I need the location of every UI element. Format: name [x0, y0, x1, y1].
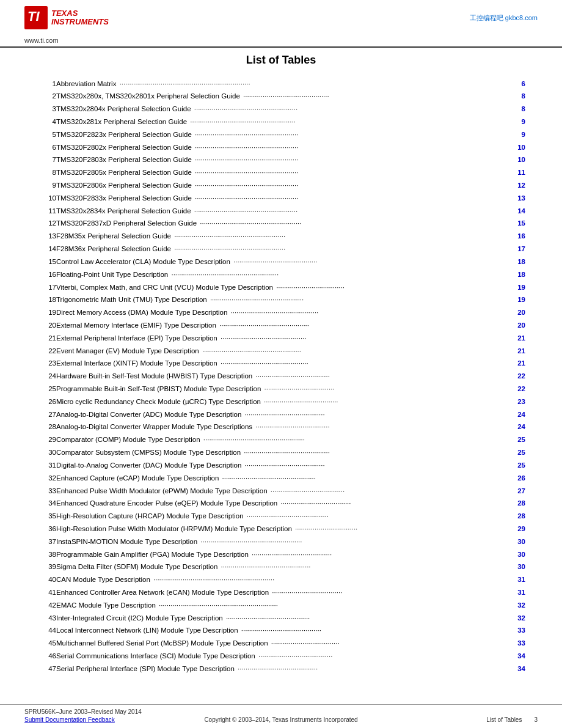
toc-number: 12 — [37, 218, 56, 230]
toc-entry: Enhanced Capture (eCAP) Module Type Desc… — [56, 472, 525, 485]
toc-number: 11 — [37, 205, 56, 218]
toc-number: 40 — [37, 574, 56, 587]
toc-title-text: Sigma Delta Filter (SDFM) Module Type De… — [56, 562, 217, 573]
toc-row: 27 Analog-to-Digital Converter (ADC) Mod… — [37, 408, 525, 421]
toc-title-text: TMS320F2803x Peripheral Selection Guide — [56, 155, 192, 166]
toc-entry: TMS320F2803x Peripheral Selection Guide … — [56, 154, 525, 167]
toc-entry: TMS320F2802x Peripheral Selection Guide … — [56, 141, 525, 154]
watermark-link: 工控编程吧 gkbc8.com — [470, 13, 538, 23]
toc-page-num: 29 — [507, 524, 525, 535]
toc-page-num: 30 — [507, 550, 525, 561]
toc-entry: Enhanced Pulse Width Modulator (ePWM) Mo… — [56, 485, 525, 498]
toc-number: 1 — [37, 78, 56, 90]
toc-dots: ········································… — [192, 155, 507, 166]
toc-dots: ········································… — [227, 307, 507, 318]
toc-dots: ··································· — [268, 638, 507, 649]
doc-id: SPRU566K–June 2003–Revised May 2014 — [24, 708, 142, 715]
toc-title-text: Enhanced Capture (eCAP) Module Type Desc… — [56, 473, 219, 484]
toc-page-num: 21 — [507, 358, 525, 369]
toc-number: 41 — [37, 587, 56, 600]
toc-entry: Sigma Delta Filter (SDFM) Module Type De… — [56, 561, 525, 574]
toc-page-num: 34 — [507, 664, 525, 675]
toc-page-num: 28 — [507, 498, 525, 509]
toc-entry: Control Law Accelerator (CLA) Module Typ… — [56, 256, 525, 268]
toc-row: 21 External Peripheral Interface (EPI) T… — [37, 332, 525, 345]
toc-title-text: CAN Module Type Description — [56, 575, 150, 586]
toc-page-num: 33 — [507, 625, 525, 636]
toc-row: 2 TMS320x280x, TMS320x2801x Peripheral S… — [37, 90, 525, 103]
toc-entry: Enhanced Controller Area Network (eCAN) … — [56, 587, 525, 600]
toc-page-num: 27 — [507, 486, 525, 497]
svg-text:TI: TI — [27, 9, 40, 24]
toc-entry: TMS320x2834x Peripheral Selection Guide … — [56, 205, 525, 218]
toc-page-num: 19 — [507, 295, 525, 306]
toc-row: 10 TMS320F2833x Peripheral Selection Gui… — [37, 192, 525, 205]
toc-number: 14 — [37, 243, 56, 256]
toc-number: 27 — [37, 408, 56, 421]
toc-page-num: 10 — [507, 142, 525, 153]
toc-table: 1 Abbreviation Matrix ··················… — [37, 78, 525, 675]
toc-number: 37 — [37, 535, 56, 548]
toc-title-text: Abbreviation Matrix — [56, 79, 116, 90]
toc-dots: ········································… — [192, 193, 507, 204]
toc-page-num: 24 — [507, 422, 525, 433]
toc-page-num: 21 — [507, 346, 525, 357]
toc-page-num: 14 — [507, 206, 525, 217]
toc-dots: ········································… — [241, 460, 507, 471]
toc-page-num: 20 — [507, 320, 525, 331]
toc-title-text: Comparator Subsystem (CMPSS) Module Type… — [56, 447, 241, 458]
toc-entry: TMS320F2837xD Peripheral Selection Guide… — [56, 218, 525, 230]
toc-page-num: 6 — [507, 79, 525, 90]
toc-title-text: Local Interconnect Network (LIN) Module … — [56, 625, 238, 636]
toc-dots: ········································… — [200, 435, 507, 446]
toc-title-text: TMS320x2834x Peripheral Selection Guide — [56, 206, 191, 217]
toc-dots: ········································… — [235, 664, 507, 675]
toc-number: 9 — [37, 180, 56, 193]
toc-row: 35 High-Resolution Capture (HRCAP) Modul… — [37, 510, 525, 523]
toc-dots: ········································… — [171, 231, 507, 242]
toc-dots: ········································… — [191, 104, 507, 115]
toc-row: 47 Serial Peripheral Interface (SPI) Mod… — [37, 663, 525, 675]
toc-number: 44 — [37, 625, 56, 638]
toc-dots: ········································… — [249, 550, 507, 561]
toc-entry: Multichannel Buffered Serial Port (McBSP… — [56, 638, 525, 650]
toc-title-text: TMS320x280x, TMS320x2801x Peripheral Sel… — [56, 91, 240, 102]
toc-dots: ································ — [292, 524, 507, 535]
toc-dots: ··································· — [273, 282, 507, 293]
toc-row: 28 Analog-to-Digital Converter Wrapper M… — [37, 421, 525, 434]
toc-page-num: 31 — [507, 587, 525, 598]
toc-dots: ········································… — [238, 625, 507, 636]
submit-feedback-link[interactable]: Submit Documentation Feedback — [24, 716, 142, 723]
toc-page-num: 10 — [507, 155, 525, 166]
toc-page-num: 19 — [507, 282, 525, 293]
toc-number: 38 — [37, 548, 56, 561]
toc-row: 26 Micro cyclic Redundancy Check Module … — [37, 395, 525, 408]
toc-row: 14 F28M36x Peripheral Selection Guide ··… — [37, 243, 525, 256]
toc-number: 2 — [37, 90, 56, 103]
toc-page-num: 18 — [507, 257, 525, 268]
ti-logo-icon: TI — [24, 6, 48, 29]
toc-row: 44 Local Interconnect Network (LIN) Modu… — [37, 625, 525, 638]
toc-number: 15 — [37, 256, 56, 268]
toc-dots: ········································… — [187, 117, 507, 128]
toc-title-text: TMS320F2823x Peripheral Selection Guide — [56, 130, 192, 141]
toc-dots: ········································… — [192, 180, 507, 191]
toc-row: 23 External Interface (XINTF) Module Typ… — [37, 358, 525, 370]
toc-dots: ······································ — [255, 651, 507, 662]
toc-number: 25 — [37, 383, 56, 396]
toc-page-num: 9 — [507, 130, 525, 141]
toc-title-text: EMAC Module Type Description — [56, 600, 156, 611]
toc-number: 19 — [37, 307, 56, 320]
toc-dots: ········································… — [192, 142, 507, 153]
footer-section-label: List of Tables — [486, 716, 522, 723]
toc-dots: ········································… — [217, 562, 507, 573]
toc-entry: Programmable Gain Amplifier (PGA) Module… — [56, 548, 525, 561]
toc-dots: ········································… — [230, 257, 507, 268]
toc-dots: ········································… — [191, 206, 507, 217]
toc-number: 13 — [37, 230, 56, 243]
toc-entry: Analog-to-Digital Converter Wrapper Modu… — [56, 421, 525, 434]
toc-page-num: 34 — [507, 651, 525, 662]
toc-dots: ······································ — [252, 422, 507, 433]
website-bar: www.ti.com — [0, 34, 562, 48]
toc-row: 9 TMS320F2806x Peripheral Selection Guid… — [37, 180, 525, 193]
